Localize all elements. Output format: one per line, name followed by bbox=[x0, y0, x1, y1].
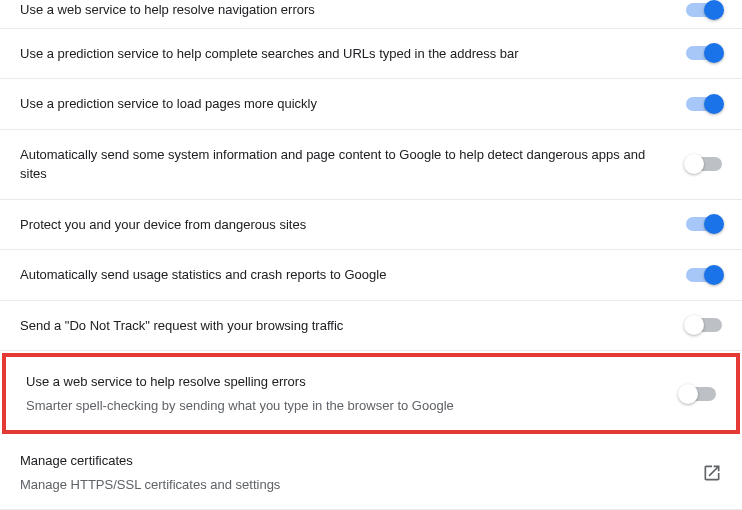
setting-text: Use a web service to help resolve naviga… bbox=[20, 0, 686, 20]
toggle-knob bbox=[704, 265, 724, 285]
external-link-icon[interactable] bbox=[702, 463, 722, 483]
setting-title: Use a prediction service to help complet… bbox=[20, 44, 666, 64]
setting-title: Automatically send some system informati… bbox=[20, 145, 666, 184]
setting-title: Protect you and your device from dangero… bbox=[20, 215, 666, 235]
setting-row-prediction-pages[interactable]: Use a prediction service to load pages m… bbox=[0, 79, 742, 130]
setting-text: Use a prediction service to help complet… bbox=[20, 44, 686, 64]
setting-text: Use a prediction service to load pages m… bbox=[20, 94, 686, 114]
toggle-knob bbox=[684, 154, 704, 174]
setting-row-protect-dangerous-sites[interactable]: Protect you and your device from dangero… bbox=[0, 200, 742, 251]
setting-subtitle: Smarter spell-checking by sending what y… bbox=[26, 396, 660, 416]
toggle-knob bbox=[704, 43, 724, 63]
toggle-prediction-pages[interactable] bbox=[686, 97, 722, 111]
toggle-navigation-errors[interactable] bbox=[686, 3, 722, 17]
setting-row-spelling-errors[interactable]: Use a web service to help resolve spelli… bbox=[6, 357, 736, 430]
settings-list: Use a web service to help resolve naviga… bbox=[0, 0, 742, 510]
setting-title: Use a prediction service to load pages m… bbox=[20, 94, 666, 114]
setting-title: Manage certificates bbox=[20, 451, 682, 471]
setting-text: Use a web service to help resolve spelli… bbox=[26, 372, 680, 415]
setting-row-prediction-searches[interactable]: Use a prediction service to help complet… bbox=[0, 29, 742, 80]
highlighted-container: Use a web service to help resolve spelli… bbox=[2, 353, 740, 434]
toggle-knob bbox=[678, 384, 698, 404]
setting-row-navigation-errors[interactable]: Use a web service to help resolve naviga… bbox=[0, 0, 742, 29]
setting-subtitle: Manage HTTPS/SSL certificates and settin… bbox=[20, 475, 682, 495]
setting-text: Automatically send some system informati… bbox=[20, 145, 686, 184]
setting-title: Use a web service to help resolve naviga… bbox=[20, 0, 666, 20]
toggle-knob bbox=[684, 315, 704, 335]
toggle-knob bbox=[704, 214, 724, 234]
toggle-usage-statistics[interactable] bbox=[686, 268, 722, 282]
setting-row-send-system-info[interactable]: Automatically send some system informati… bbox=[0, 130, 742, 200]
setting-text: Automatically send usage statistics and … bbox=[20, 265, 686, 285]
setting-title: Send a "Do Not Track" request with your … bbox=[20, 316, 666, 336]
setting-text: Send a "Do Not Track" request with your … bbox=[20, 316, 686, 336]
setting-text: Manage certificates Manage HTTPS/SSL cer… bbox=[20, 451, 702, 494]
toggle-prediction-searches[interactable] bbox=[686, 46, 722, 60]
toggle-spelling-errors[interactable] bbox=[680, 387, 716, 401]
toggle-protect-dangerous-sites[interactable] bbox=[686, 217, 722, 231]
toggle-knob bbox=[704, 0, 724, 20]
setting-row-usage-statistics[interactable]: Automatically send usage statistics and … bbox=[0, 250, 742, 301]
setting-title: Automatically send usage statistics and … bbox=[20, 265, 666, 285]
setting-row-do-not-track[interactable]: Send a "Do Not Track" request with your … bbox=[0, 301, 742, 352]
toggle-knob bbox=[704, 94, 724, 114]
setting-text: Protect you and your device from dangero… bbox=[20, 215, 686, 235]
toggle-send-system-info[interactable] bbox=[686, 157, 722, 171]
setting-title: Use a web service to help resolve spelli… bbox=[26, 372, 660, 392]
toggle-do-not-track[interactable] bbox=[686, 318, 722, 332]
setting-row-manage-certificates[interactable]: Manage certificates Manage HTTPS/SSL cer… bbox=[0, 436, 742, 510]
